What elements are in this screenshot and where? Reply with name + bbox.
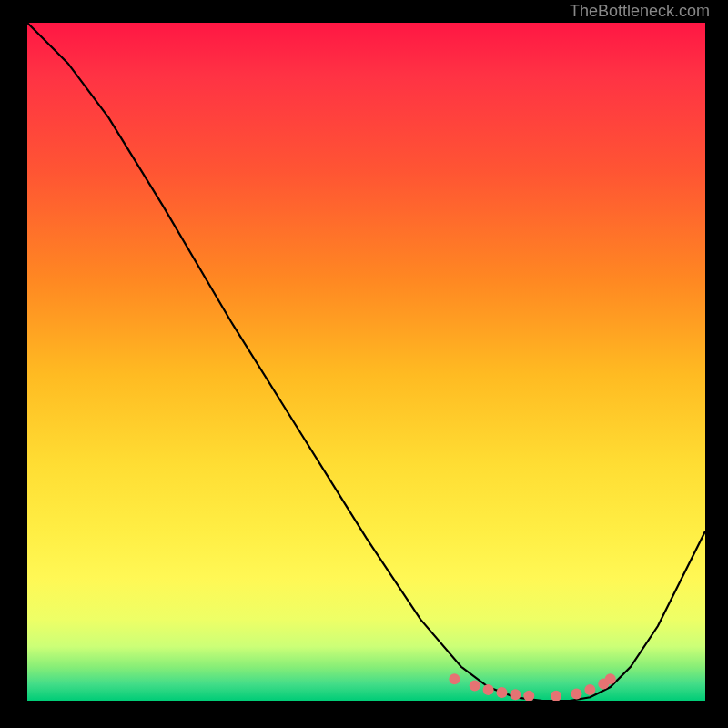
optimal-range-dots <box>27 23 705 701</box>
attribution-text: TheBottleneck.com <box>570 2 710 21</box>
svg-point-6 <box>551 691 561 701</box>
svg-point-0 <box>449 673 460 684</box>
svg-point-1 <box>470 681 480 692</box>
svg-point-3 <box>497 687 508 698</box>
svg-point-7 <box>571 689 582 700</box>
svg-point-8 <box>584 684 595 695</box>
svg-point-4 <box>510 689 521 700</box>
svg-point-2 <box>483 684 494 695</box>
chart-plot-area <box>27 23 705 701</box>
svg-point-10 <box>605 673 616 684</box>
svg-point-5 <box>523 691 534 701</box>
